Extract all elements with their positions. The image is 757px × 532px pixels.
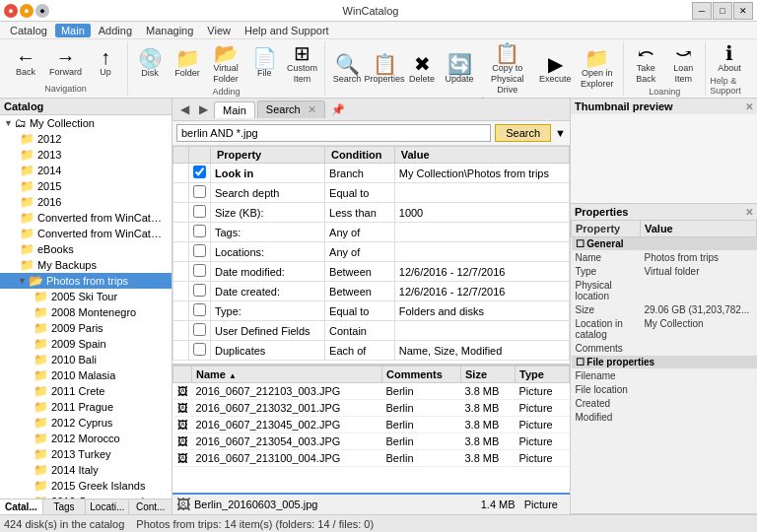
prop-checkbox-5[interactable] — [193, 264, 206, 277]
tab-search-close[interactable]: ✕ — [308, 103, 316, 115]
tree-item-2[interactable]: 📁2013 — [0, 147, 172, 163]
prop-check-0[interactable] — [189, 164, 211, 183]
prop-checkbox-6[interactable] — [193, 284, 206, 297]
tree-item-22[interactable]: 📁2014 Italy — [0, 462, 172, 478]
menu-item-catalog[interactable]: Catalog — [4, 24, 53, 37]
tree-item-23[interactable]: 📁2015 Greek Islands — [0, 478, 172, 494]
tab-nav-left[interactable]: ◀ — [176, 101, 193, 117]
file-col-type[interactable]: Type — [516, 366, 570, 383]
file-col-comments[interactable]: Comments — [382, 366, 461, 383]
menu-item-view[interactable]: View — [201, 24, 237, 37]
prop-check-8[interactable] — [189, 321, 211, 341]
search-input[interactable] — [176, 124, 491, 142]
maximize-button[interactable]: □ — [713, 2, 732, 20]
prop-check-9[interactable] — [189, 341, 211, 361]
file-row-0[interactable]: 🖼 2016_0607_212103_003.JPG Berlin 3.8 MB… — [173, 383, 570, 400]
tree-item-3[interactable]: 📁2014 — [0, 163, 172, 178]
prop-check-7[interactable] — [189, 301, 211, 321]
tree-item-1[interactable]: 📁2012 — [0, 131, 172, 147]
prop-check-5[interactable] — [189, 262, 211, 282]
tree-item-4[interactable]: 📁2015 — [0, 178, 172, 194]
tab-main[interactable]: Main — [214, 101, 255, 118]
toolbar-btn-back[interactable]: ←Back — [8, 45, 43, 80]
prop-checkbox-1[interactable] — [193, 185, 206, 198]
file-row-1[interactable]: 🖼 2016_0607_213032_001.JPG Berlin 3.8 MB… — [173, 400, 570, 417]
sidebar-tab-cont[interactable]: Cont... — [129, 499, 172, 514]
minimize-traffic-light[interactable]: ● — [20, 4, 34, 18]
tree-item-12[interactable]: 📁2008 Montenegro — [0, 304, 172, 320]
search-button[interactable]: Search — [495, 124, 551, 142]
search-options-icon[interactable]: ▼ — [555, 127, 566, 139]
tree-item-5[interactable]: 📁2016 — [0, 194, 172, 210]
tree-item-19[interactable]: 📁2012 Cyprus — [0, 415, 172, 431]
prop-checkbox-0[interactable] — [193, 166, 206, 178]
tree-item-10[interactable]: ▼📂Photos from trips — [0, 273, 172, 289]
tab-pin[interactable]: 📌 — [327, 101, 349, 118]
prop-checkbox-8[interactable] — [193, 323, 206, 336]
toolbar-btn-custom-item[interactable]: ⊞Custom Item — [284, 41, 320, 87]
file-row-4[interactable]: 🖼 2016_0607_213100_004.JPG Berlin 3.8 MB… — [173, 450, 570, 467]
toolbar-btn-execute[interactable]: ▶Execute — [537, 52, 573, 87]
minimize-button[interactable]: ─ — [692, 2, 712, 20]
toolbar-btn-copy-physical[interactable]: 📋Copy to Physical Drive — [479, 41, 535, 97]
thumbnail-close[interactable]: ✕ — [745, 101, 753, 112]
prop-checkbox-7[interactable] — [193, 303, 206, 316]
toolbar-btn-open-explorer[interactable]: 📁Open in Explorer — [575, 46, 619, 92]
tree-item-13[interactable]: 📁2009 Paris — [0, 320, 172, 336]
toolbar-btn-up[interactable]: ↑Up — [88, 45, 123, 80]
prop-checkbox-2[interactable] — [193, 205, 206, 218]
tree-item-8[interactable]: 📁eBooks — [0, 241, 172, 257]
prop-check-4[interactable] — [189, 242, 211, 262]
tree-item-15[interactable]: 📁2010 Bali — [0, 352, 172, 367]
close-button[interactable]: ✕ — [733, 2, 753, 20]
toolbar-btn-update[interactable]: 🔄Update — [442, 52, 477, 87]
toolbar-btn-delete[interactable]: ✖Delete — [404, 52, 440, 87]
tree-item-7[interactable]: 📁Converted from WinCatalog 2009 Col — [0, 226, 172, 241]
maximize-traffic-light[interactable]: ● — [35, 4, 49, 18]
menu-item-adding[interactable]: Adding — [93, 24, 138, 37]
file-row-2[interactable]: 🖼 2016_0607_213045_002.JPG Berlin 3.8 MB… — [173, 417, 570, 433]
file-col-name[interactable]: Name ▲ — [192, 366, 382, 383]
toolbar-btn-disk[interactable]: 💿Disk — [132, 46, 168, 81]
tree-item-20[interactable]: 📁2012 Morocco — [0, 431, 172, 446]
tab-search[interactable]: Search ✕ — [257, 100, 325, 118]
sidebar-tree[interactable]: ▼🗂My Collection📁2012📁2013📁2014📁2015📁2016… — [0, 115, 172, 499]
toolbar-btn-folder[interactable]: 📁Folder — [170, 46, 205, 81]
file-row-3[interactable]: 🖼 2016_0607_213054_003.JPG Berlin 3.8 MB… — [173, 433, 570, 450]
file-col-size[interactable]: Size — [461, 366, 516, 383]
toolbar-btn-properties[interactable]: 📋Properties — [367, 52, 402, 87]
tree-item-6[interactable]: 📁Converted from WinCatalog Light Co — [0, 210, 172, 226]
tree-item-11[interactable]: 📁2005 Ski Tour — [0, 289, 172, 304]
menu-item-managing[interactable]: Managing — [140, 24, 199, 37]
prop-checkbox-3[interactable] — [193, 225, 206, 237]
toolbar-btn-virtual-folder[interactable]: 📂Virtual Folder — [207, 41, 244, 87]
sidebar-tab-catalog[interactable]: Catal... — [0, 499, 43, 514]
tree-item-16[interactable]: 📁2010 Malasia — [0, 367, 172, 383]
right-key-0-5: Comments — [572, 342, 641, 356]
toolbar-btn-file[interactable]: 📄File — [246, 46, 282, 81]
prop-check-2[interactable] — [189, 203, 211, 223]
sidebar-tab-locations[interactable]: Locati... — [86, 499, 129, 514]
toolbar-btn-loan-item[interactable]: ⤻Loan Item — [665, 41, 701, 87]
tree-item-21[interactable]: 📁2013 Turkey — [0, 446, 172, 462]
tree-item-17[interactable]: 📁2011 Crete — [0, 383, 172, 399]
tree-item-14[interactable]: 📁2009 Spain — [0, 336, 172, 352]
toolbar-btn-take-back[interactable]: ⤺Take Back — [628, 41, 663, 87]
prop-check-3[interactable] — [189, 223, 211, 242]
tree-item-0[interactable]: ▼🗂My Collection — [0, 115, 172, 131]
tree-item-18[interactable]: 📁2011 Prague — [0, 399, 172, 415]
menu-item-main[interactable]: Main — [55, 24, 91, 37]
prop-checkbox-4[interactable] — [193, 244, 206, 257]
prop-check-6[interactable] — [189, 282, 211, 301]
tab-nav-right[interactable]: ▶ — [195, 101, 212, 117]
toolbar-btn-about[interactable]: ℹAbout — [712, 41, 747, 76]
close-traffic-light[interactable]: ● — [4, 4, 18, 18]
prop-checkbox-9[interactable] — [193, 343, 206, 356]
toolbar-btn-search[interactable]: 🔍Search — [329, 52, 365, 87]
properties-panel-close[interactable]: ✕ — [745, 207, 753, 218]
prop-check-1[interactable] — [189, 183, 211, 203]
tree-item-9[interactable]: 📁My Backups — [0, 257, 172, 273]
menu-item-help-and-support[interactable]: Help and Support — [239, 24, 335, 37]
toolbar-btn-forward[interactable]: →Forward — [45, 45, 86, 80]
sidebar-tab-tags[interactable]: Tags — [43, 499, 87, 514]
